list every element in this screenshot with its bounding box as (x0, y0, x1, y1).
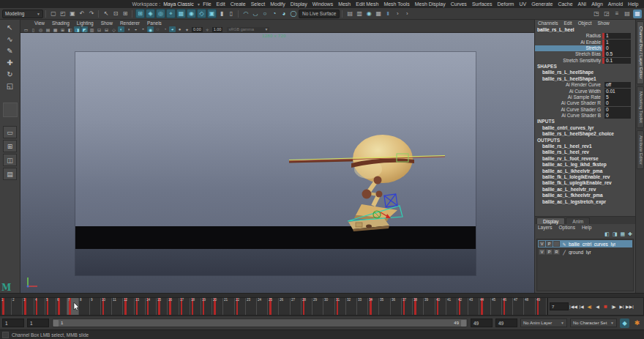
tool-settings-toggle-icon[interactable]: ≡ (613, 10, 621, 18)
make-live-icon[interactable]: ◉ (187, 9, 196, 18)
wireframe-on-shaded-icon[interactable]: ◕ (169, 26, 176, 32)
toolbar-separator[interactable] (44, 10, 48, 18)
shape-node-name[interactable]: ballie_rs_L_heelShape1 (535, 76, 635, 82)
channel-value[interactable]: 0.5 (604, 51, 631, 57)
timeline-frame[interactable]: 44 (479, 298, 490, 315)
construction-curve-icon-1[interactable]: ◠ (242, 10, 250, 18)
outliner-layout-button[interactable]: ▤ (3, 168, 17, 180)
layer-editor-menu-item[interactable]: Options (559, 225, 582, 230)
step-back-key-button[interactable]: |◀ (577, 302, 585, 311)
output-node-name[interactable]: ballie_rv_L_foot_reverse (535, 156, 635, 162)
playback-end-field[interactable]: 49 (471, 318, 493, 327)
menu-item[interactable]: Mesh Tools (381, 0, 412, 8)
channel-value[interactable]: 0 (604, 100, 631, 106)
lasso-tool-icon[interactable]: ∿ (4, 34, 17, 45)
channel-value[interactable]: 5 (604, 94, 631, 100)
pause-icon[interactable]: ‖ (383, 10, 392, 18)
output-node-name[interactable]: ballie_ac_L_heelvtr_rev (535, 187, 635, 193)
channel-value[interactable]: 1 (604, 33, 631, 39)
timeline-frame[interactable]: 26 (279, 298, 290, 315)
step-forward-frame-button[interactable]: |▶ (610, 302, 618, 311)
layer-name[interactable]: ground_lyr (569, 250, 591, 255)
output-node-name[interactable]: ballie_rs_L_heel_rev1 (535, 144, 635, 149)
input-node-name[interactable]: ballie_rs_L_heelShape2_choice (535, 131, 635, 137)
output-node-name[interactable]: ballie_rs_L_heel_rev (535, 149, 635, 155)
select-camera-icon[interactable]: ▭ (23, 26, 29, 32)
menu-item[interactable]: Align (589, 0, 606, 8)
toolbar-separator[interactable] (340, 10, 345, 18)
animation-preferences-icon[interactable]: ✱ (632, 318, 642, 328)
grid-toggle-icon[interactable]: ⊞ (59, 26, 66, 32)
playback-start-field[interactable]: 1 (27, 318, 49, 327)
sidebar-tab[interactable]: Attribute Editor (637, 130, 644, 170)
auto-keyframe-toggle-icon[interactable]: ◆ (620, 318, 629, 328)
move-layer-up-icon[interactable]: ◧ (604, 231, 610, 237)
channel-value[interactable]: 0 (604, 113, 631, 119)
timeline-frame[interactable]: 30 (323, 298, 334, 315)
resolution-gate-icon[interactable]: ◨ (74, 26, 80, 32)
toolbar-separator[interactable] (130, 10, 135, 18)
exposure-field[interactable]: 0.00 (192, 27, 203, 32)
channel-row[interactable]: Ai Enable 1 (535, 39, 635, 45)
timeline-frame[interactable]: 42 (457, 298, 468, 315)
timeline-frame[interactable]: 35 (379, 298, 390, 315)
film-gate-icon[interactable]: ◧ (67, 26, 73, 32)
channel-row[interactable]: Stretch 0 (535, 45, 635, 51)
menu-item[interactable]: Generate (529, 0, 555, 8)
new-empty-layer-icon[interactable]: ▦ (621, 231, 626, 237)
viewport-canvas[interactable]: 1280 x 720 (20, 33, 534, 293)
selected-node-name[interactable]: ballie_rs_L_heel (535, 26, 635, 33)
layer-row[interactable]: V P R ╱ ground_lyr (538, 248, 632, 256)
snap-align-icon[interactable]: ◇ (197, 9, 206, 18)
range-end-handle[interactable] (461, 320, 466, 327)
ipr-render-icon[interactable]: ◉ (364, 10, 373, 18)
timeline-frame[interactable]: 32 (346, 298, 357, 315)
layer-display-type-toggle[interactable]: R (553, 249, 560, 255)
channel-box-menu-item[interactable]: Object (578, 21, 598, 26)
output-node-name[interactable]: ballie_ac_L_legstretch_expr (535, 199, 635, 205)
layer-playback-toggle[interactable]: P (546, 241, 553, 247)
toolbar-separator[interactable] (97, 10, 101, 18)
rotate-tool-icon[interactable]: ↻ (4, 69, 17, 80)
menu-set-selector[interactable]: Modeling▼ (2, 10, 43, 18)
channel-box-menu-item[interactable]: Show (597, 21, 615, 26)
output-node-name[interactable]: ballie_ac_L_leg_ikhd_fkstep (535, 162, 635, 168)
channel-box-toggle-icon[interactable]: ▦ (633, 10, 642, 18)
layer-editor-tab[interactable]: Display (536, 217, 565, 224)
channel-row[interactable]: Ai Render Curve off (535, 82, 635, 88)
layer-display-type-toggle[interactable] (553, 241, 560, 247)
channel-row[interactable]: Ai Curve Shader B 0 (535, 113, 635, 119)
timeline-frame[interactable]: 37 (402, 298, 413, 315)
single-pane-layout-button[interactable]: ▭ (3, 126, 17, 138)
timeline-frame[interactable]: 34 (368, 298, 379, 315)
timeline-frame[interactable]: 27 (291, 298, 302, 315)
safe-title-icon[interactable]: ⊟ (103, 26, 110, 32)
gamma-icon[interactable]: ✧ (204, 26, 211, 32)
render-current-frame-icon[interactable]: ▥ (355, 10, 364, 18)
menu-item[interactable]: Deform (495, 0, 517, 8)
timeline-frame[interactable]: 45 (491, 298, 502, 315)
snap-view-plane-icon[interactable]: ▦ (176, 9, 186, 18)
select-component-icon[interactable]: ⊞ (121, 10, 130, 18)
field-chart-icon[interactable]: ▥ (89, 26, 95, 32)
menu-item[interactable]: UV (517, 0, 529, 8)
timeline-frame[interactable]: 15 (157, 298, 168, 315)
shadows-icon[interactable]: ◑ (125, 26, 132, 32)
output-node-name[interactable]: ballie_ac_L_ikheelvtr_pma (535, 168, 635, 174)
input-node-name[interactable]: ballie_cntrl_curves_lyr (535, 125, 635, 131)
layer-visibility-toggle[interactable]: V (539, 241, 545, 247)
timeline-frame[interactable]: 23 (246, 298, 257, 315)
snap-point-icon[interactable]: ◎ (156, 9, 165, 18)
timeline-frame[interactable]: 14 (146, 298, 157, 315)
menu-item[interactable]: Surfaces (469, 0, 495, 8)
timeline-frame[interactable]: 17 (179, 298, 190, 315)
timeline-frame[interactable]: 49 (536, 298, 547, 315)
live-surface-field[interactable]: No Live Surface (299, 10, 340, 18)
camera-attributes-icon[interactable]: ◎ (37, 26, 44, 32)
channel-row[interactable]: Stretch Sensitivity 0.1 (535, 58, 635, 64)
save-scene-icon[interactable]: ▣ (68, 10, 77, 18)
output-node-name[interactable]: ballie_fk_L_uplegikEnable_rev (535, 180, 635, 186)
select-object-icon[interactable]: ⊡ (111, 10, 120, 18)
panel-menu-item[interactable]: View (31, 21, 48, 26)
output-node-name[interactable]: ballie_fk_L_lolegikEnable_rev (535, 174, 635, 180)
